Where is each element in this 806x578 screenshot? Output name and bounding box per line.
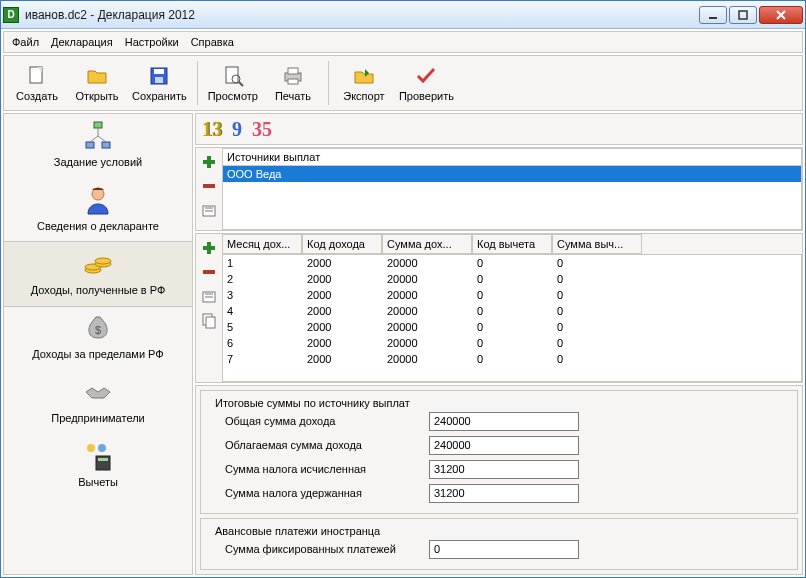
window-controls — [699, 6, 803, 24]
source-row[interactable]: ООО Веда — [223, 166, 801, 182]
toolbar: Создать Открыть Сохранить Просмотр Печат… — [3, 55, 803, 111]
edit-icon — [201, 288, 217, 304]
total-income-input[interactable]: 240000 — [429, 412, 579, 431]
preview-button[interactable]: Просмотр — [204, 58, 262, 108]
income-row[interactable]: 720002000000 — [223, 351, 801, 367]
totals-fieldset: Итоговые суммы по источнику выплат Общая… — [200, 390, 798, 514]
magnifier-page-icon — [221, 64, 245, 88]
income-row[interactable]: 620002000000 — [223, 335, 801, 351]
open-button[interactable]: Открыть — [68, 58, 126, 108]
calculator-people-icon — [82, 440, 114, 472]
svg-rect-30 — [98, 458, 108, 461]
svg-point-25 — [95, 258, 111, 264]
copy-income-button[interactable] — [199, 310, 219, 330]
flowchart-icon — [82, 120, 114, 152]
floppy-icon — [147, 64, 171, 88]
sources-header: Источники выплат — [222, 148, 802, 166]
remove-source-button[interactable] — [199, 176, 219, 196]
titlebar: D иванов.dc2 - Декларация 2012 — [1, 1, 805, 29]
tax-rate-tabs: 13 9 35 — [195, 113, 803, 145]
svg-point-28 — [98, 444, 106, 452]
tab-rate-35[interactable]: 35 — [252, 118, 272, 141]
svg-line-19 — [90, 136, 98, 142]
coins-icon — [82, 248, 114, 280]
menubar: Файл Декларация Настройки Справка — [3, 31, 803, 53]
new-file-icon — [25, 64, 49, 88]
sidebar-item-deductions[interactable]: Вычеты — [4, 434, 192, 498]
income-grid: Месяц дох... Код дохода Сумма дох... Код… — [222, 234, 802, 382]
tab-rate-9[interactable]: 9 — [232, 118, 242, 141]
col-code[interactable]: Код дохода — [302, 234, 382, 254]
printer-icon — [281, 64, 305, 88]
app-icon: D — [3, 7, 19, 23]
print-button[interactable]: Печать — [264, 58, 322, 108]
income-panel: Месяц дох... Код дохода Сумма дох... Код… — [195, 233, 803, 383]
sources-body: Источники выплат ООО Веда — [222, 148, 802, 230]
tax-calc-label: Сумма налога исчисленная — [211, 463, 421, 475]
window-title: иванов.dc2 - Декларация 2012 — [25, 8, 699, 22]
income-row[interactable]: 120002000000 — [223, 255, 801, 271]
income-row[interactable]: 520002000000 — [223, 319, 801, 335]
close-button[interactable] — [759, 6, 803, 24]
svg-line-20 — [98, 136, 106, 142]
menu-file[interactable]: Файл — [12, 36, 39, 48]
svg-rect-16 — [86, 142, 94, 148]
income-row[interactable]: 320002000000 — [223, 287, 801, 303]
svg-rect-14 — [288, 79, 298, 84]
col-month[interactable]: Месяц дох... — [222, 234, 302, 254]
tax-held-input[interactable]: 31200 — [429, 484, 579, 503]
svg-rect-7 — [154, 69, 164, 74]
remove-income-button[interactable] — [199, 262, 219, 282]
sidebar-item-conditions[interactable]: Задание условий — [4, 114, 192, 178]
menu-settings[interactable]: Настройки — [125, 36, 179, 48]
menu-help[interactable]: Справка — [191, 36, 234, 48]
tab-rate-13[interactable]: 13 — [202, 118, 222, 141]
money-bag-icon: $ — [82, 312, 114, 344]
export-folder-icon — [352, 64, 376, 88]
advance-fieldset: Авансовые платежи иностранца Сумма фикси… — [200, 518, 798, 570]
add-income-button[interactable] — [199, 238, 219, 258]
taxable-input[interactable]: 240000 — [429, 436, 579, 455]
svg-point-27 — [87, 444, 95, 452]
folder-open-icon — [85, 64, 109, 88]
fixed-payments-input[interactable]: 0 — [429, 540, 579, 559]
export-button[interactable]: Экспорт — [335, 58, 393, 108]
sidebar-item-income-foreign[interactable]: $ Доходы за пределами РФ — [4, 306, 192, 370]
check-button[interactable]: Проверить — [395, 58, 458, 108]
copy-icon — [201, 312, 217, 328]
minus-icon — [201, 178, 217, 194]
save-button[interactable]: Сохранить — [128, 58, 191, 108]
toolbar-separator — [328, 61, 329, 105]
advance-legend: Авансовые платежи иностранца — [211, 525, 384, 537]
create-button[interactable]: Создать — [8, 58, 66, 108]
col-sum[interactable]: Сумма дох... — [382, 234, 472, 254]
plus-icon — [201, 154, 217, 170]
sidebar-item-entrepreneurs[interactable]: Предприниматели — [4, 370, 192, 434]
menu-declaration[interactable]: Декларация — [51, 36, 113, 48]
tax-calc-input[interactable]: 31200 — [429, 460, 579, 479]
col-deduction-code[interactable]: Код вычета — [472, 234, 552, 254]
sources-toolbar — [196, 148, 222, 230]
svg-rect-8 — [155, 77, 163, 83]
sidebar-item-declarant[interactable]: Сведения о декларанте — [4, 178, 192, 242]
minus-icon — [201, 264, 217, 280]
income-row[interactable]: 220002000000 — [223, 271, 801, 287]
svg-rect-13 — [288, 68, 298, 74]
person-icon — [82, 184, 114, 216]
income-row[interactable]: 420002000000 — [223, 303, 801, 319]
svg-line-11 — [239, 82, 243, 86]
sources-panel: Источники выплат ООО Веда — [195, 147, 803, 231]
edit-income-button[interactable] — [199, 286, 219, 306]
edit-source-button[interactable] — [199, 200, 219, 220]
income-grid-body[interactable]: 1200020000002200020000003200020000004200… — [222, 254, 802, 382]
minimize-button[interactable] — [699, 6, 727, 24]
col-deduction-sum[interactable]: Сумма выч... — [552, 234, 642, 254]
maximize-button[interactable] — [729, 6, 757, 24]
main-panel: 13 9 35 Источники вы — [195, 113, 803, 575]
fixed-payments-label: Сумма фиксированных платежей — [211, 543, 421, 555]
app-body: Задание условий Сведения о декларанте До… — [3, 113, 803, 575]
sources-list[interactable]: ООО Веда — [222, 166, 802, 230]
sidebar-item-income-rf[interactable]: Доходы, полученные в РФ — [3, 241, 193, 307]
add-source-button[interactable] — [199, 152, 219, 172]
app-window: D иванов.dc2 - Декларация 2012 Файл Декл… — [0, 0, 806, 578]
